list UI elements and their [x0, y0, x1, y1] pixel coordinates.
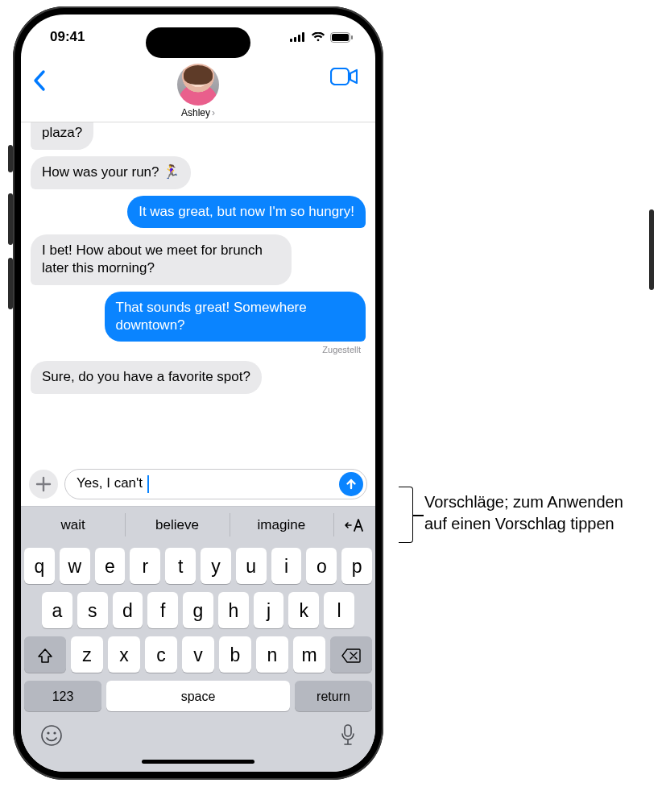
- facetime-button[interactable]: [330, 68, 361, 92]
- backspace-icon: [341, 648, 361, 663]
- key-q[interactable]: q: [24, 548, 55, 584]
- message-out[interactable]: It was great, but now I'm so hungry!: [127, 196, 366, 229]
- key-f[interactable]: f: [147, 592, 178, 628]
- back-button[interactable]: [32, 69, 56, 93]
- status-time: 09:41: [50, 29, 85, 45]
- key-p[interactable]: p: [341, 548, 372, 584]
- key-m[interactable]: m: [293, 636, 325, 673]
- svg-point-8: [42, 726, 61, 745]
- microphone-icon: [340, 724, 356, 747]
- delivery-status: Zugestellt: [322, 345, 361, 354]
- svg-point-9: [47, 731, 49, 734]
- key-u[interactable]: u: [236, 548, 267, 584]
- message-in[interactable]: plaza?: [31, 122, 93, 150]
- key-d[interactable]: d: [113, 592, 143, 628]
- callout-bracket-icon: [399, 487, 413, 543]
- key-space[interactable]: space: [106, 681, 290, 711]
- key-x[interactable]: x: [108, 636, 140, 673]
- cellular-icon: [290, 32, 306, 42]
- key-z[interactable]: z: [71, 636, 103, 673]
- key-shift[interactable]: [24, 636, 66, 673]
- key-123[interactable]: 123: [24, 681, 101, 711]
- apps-plus-button[interactable]: [29, 470, 58, 499]
- text-tool-button[interactable]: [333, 507, 375, 543]
- key-k[interactable]: k: [288, 592, 319, 628]
- shift-icon: [37, 648, 53, 664]
- chevron-right-icon: ›: [212, 107, 215, 118]
- key-return[interactable]: return: [295, 681, 372, 711]
- contact-name-button[interactable]: Ashley ›: [181, 107, 215, 118]
- keyboard-row-3: z x c v b n m: [24, 636, 372, 673]
- key-s[interactable]: s: [77, 592, 108, 628]
- key-t[interactable]: t: [165, 548, 196, 584]
- side-button: [649, 209, 654, 290]
- callout-text: Vorschläge; zum Anwenden auf einen Vorsc…: [424, 491, 648, 535]
- key-g[interactable]: g: [183, 592, 213, 628]
- key-r[interactable]: r: [130, 548, 160, 584]
- emoji-button[interactable]: [40, 724, 63, 747]
- iphone-frame: 09:41 Ashley ›: [13, 6, 383, 780]
- emoji-icon: [40, 724, 63, 747]
- key-o[interactable]: o: [306, 548, 337, 584]
- keyboard-row-4: 123 space return: [24, 681, 372, 711]
- key-e[interactable]: e: [95, 548, 126, 584]
- home-indicator[interactable]: [142, 760, 254, 764]
- svg-rect-1: [294, 37, 296, 42]
- svg-rect-11: [345, 725, 351, 736]
- prediction-1[interactable]: wait: [21, 507, 125, 543]
- keyboard-bottom-row: [24, 719, 372, 747]
- key-b[interactable]: b: [219, 636, 251, 673]
- key-i[interactable]: i: [271, 548, 302, 584]
- svg-rect-6: [351, 35, 353, 39]
- conversation-header: Ashley ›: [21, 60, 375, 122]
- key-a[interactable]: a: [42, 592, 72, 628]
- key-j[interactable]: j: [254, 592, 284, 628]
- predictive-bar: wait believe imagine: [21, 506, 375, 543]
- message-out[interactable]: That sounds great! Somewhere downtown?: [105, 292, 366, 342]
- key-c[interactable]: c: [145, 636, 177, 673]
- keyboard: q w e r t y u i o p a s d f g h: [21, 543, 375, 772]
- svg-rect-3: [302, 32, 304, 42]
- text-caret: [147, 475, 149, 493]
- dictation-button[interactable]: [340, 724, 356, 747]
- prediction-3[interactable]: imagine: [230, 507, 333, 543]
- key-v[interactable]: v: [182, 636, 214, 673]
- message-in[interactable]: How was your run? 🏃‍♀️: [31, 156, 191, 189]
- dynamic-island: [146, 27, 250, 58]
- svg-rect-2: [298, 35, 300, 42]
- message-thread[interactable]: plaza? How was your run? 🏃‍♀️ It was gre…: [21, 122, 375, 466]
- annotation-callout: Vorschläge; zum Anwenden auf einen Vorsc…: [399, 491, 648, 548]
- contact-avatar[interactable]: [177, 64, 219, 106]
- svg-rect-0: [290, 39, 292, 42]
- key-backspace[interactable]: [330, 636, 372, 673]
- send-button[interactable]: [339, 472, 363, 496]
- key-w[interactable]: w: [60, 548, 90, 584]
- wifi-icon: [311, 32, 325, 42]
- key-n[interactable]: n: [256, 636, 288, 673]
- svg-point-10: [53, 731, 56, 734]
- prediction-2[interactable]: believe: [125, 507, 229, 543]
- message-input[interactable]: Yes, I can't: [64, 469, 367, 499]
- screen: 09:41 Ashley ›: [21, 14, 375, 772]
- svg-rect-7: [331, 68, 349, 85]
- key-y[interactable]: y: [201, 548, 231, 584]
- keyboard-row-2: a s d f g h j k l: [24, 592, 372, 628]
- keyboard-row-1: q w e r t y u i o p: [24, 548, 372, 584]
- battery-icon: [330, 32, 353, 43]
- svg-rect-5: [332, 34, 349, 41]
- contact-name-label: Ashley: [181, 107, 210, 118]
- compose-bar: Yes, I can't: [21, 466, 375, 506]
- message-in[interactable]: I bet! How about we meet for brunch late…: [31, 234, 292, 285]
- message-input-text: Yes, I can't: [77, 475, 339, 493]
- message-in[interactable]: Sure, do you have a favorite spot?: [31, 361, 262, 394]
- key-l[interactable]: l: [324, 592, 354, 628]
- key-h[interactable]: h: [218, 592, 249, 628]
